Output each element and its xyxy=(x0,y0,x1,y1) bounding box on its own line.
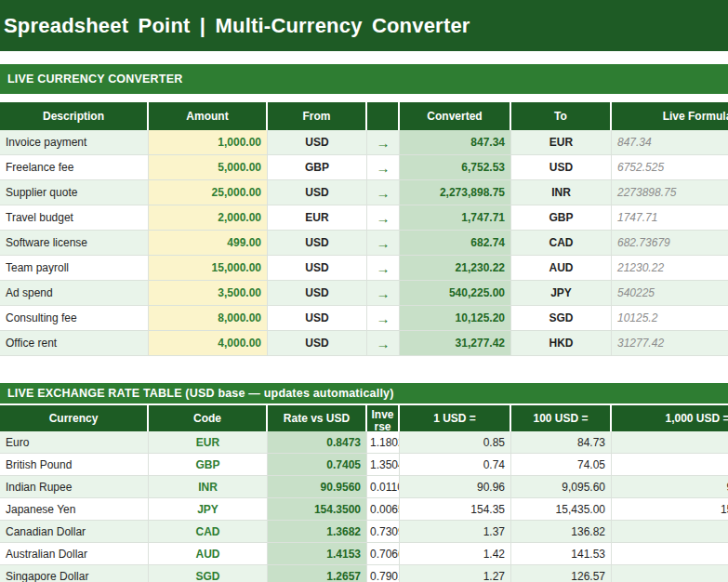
cell-description[interactable]: Ad spend xyxy=(0,281,149,305)
cell-from-currency[interactable]: USD xyxy=(268,180,367,205)
cell-from-currency[interactable]: USD xyxy=(268,231,367,255)
cell-inverse-rate[interactable]: 0.0065 xyxy=(367,498,400,520)
cell-currency-code[interactable]: CAD xyxy=(149,521,268,542)
cell-currency-code[interactable]: JPY xyxy=(149,498,268,520)
cell-rate-vs-usd[interactable]: 0.7405 xyxy=(268,454,367,475)
cell-100-usd[interactable]: 141.53 xyxy=(511,543,612,564)
cell-100-usd[interactable]: 136.82 xyxy=(511,521,612,542)
cell-1000-usd[interactable]: 1,368.20 xyxy=(612,521,728,542)
cell-1-usd[interactable]: 1.27 xyxy=(400,565,511,582)
cell-from-currency[interactable]: USD xyxy=(268,306,367,330)
cell-to-currency[interactable]: AUD xyxy=(511,256,612,280)
cell-live-formula[interactable]: 10125.2 xyxy=(612,306,728,330)
cell-to-currency[interactable]: SGD xyxy=(511,306,612,330)
cell-100-usd[interactable]: 84.73 xyxy=(511,431,612,453)
cell-description[interactable]: Supplier quote xyxy=(0,180,149,205)
cell-amount[interactable]: 8,000.00 xyxy=(149,306,268,330)
cell-1000-usd[interactable]: 1,415.30 xyxy=(612,543,728,564)
cell-currency-code[interactable]: GBP xyxy=(149,454,268,475)
cell-amount[interactable]: 2,000.00 xyxy=(149,205,268,230)
cell-live-formula[interactable]: 31277.42 xyxy=(612,331,728,355)
cell-currency-code[interactable]: SGD xyxy=(149,565,268,582)
cell-description[interactable]: Invoice payment xyxy=(0,130,149,154)
cell-rate-vs-usd[interactable]: 1.4153 xyxy=(268,543,367,564)
cell-1-usd[interactable]: 90.96 xyxy=(400,476,511,497)
cell-live-formula[interactable]: 1747.71 xyxy=(612,205,728,230)
cell-amount[interactable]: 3,500.00 xyxy=(149,281,268,305)
cell-1000-usd[interactable]: 740.50 xyxy=(612,454,728,475)
cell-1-usd[interactable]: 0.74 xyxy=(400,454,511,475)
cell-live-formula[interactable]: 682.73679 xyxy=(612,231,728,255)
cell-100-usd[interactable]: 15,435.00 xyxy=(511,498,612,520)
cell-converted[interactable]: 10,125.20 xyxy=(400,306,511,330)
cell-inverse-rate[interactable]: 0.7309 xyxy=(367,521,400,542)
cell-inverse-rate[interactable]: 0.0110 xyxy=(367,476,400,497)
cell-converted[interactable]: 21,230.22 xyxy=(400,256,511,280)
cell-live-formula[interactable]: 2273898.75 xyxy=(612,180,728,205)
cell-rate-vs-usd[interactable]: 0.8473 xyxy=(268,431,367,453)
cell-to-currency[interactable]: INR xyxy=(511,180,612,205)
cell-currency-name[interactable]: Singapore Dollar xyxy=(0,565,149,582)
cell-to-currency[interactable]: JPY xyxy=(511,281,612,305)
cell-currency-code[interactable]: EUR xyxy=(149,431,268,453)
cell-from-currency[interactable]: EUR xyxy=(268,205,367,230)
cell-1000-usd[interactable]: 847.30 xyxy=(612,431,728,453)
cell-1-usd[interactable]: 1.42 xyxy=(400,543,511,564)
cell-currency-code[interactable]: AUD xyxy=(149,543,268,564)
cell-converted[interactable]: 682.74 xyxy=(400,231,511,255)
cell-to-currency[interactable]: EUR xyxy=(511,130,612,154)
cell-1000-usd[interactable]: 90,956.00 xyxy=(612,476,728,497)
cell-inverse-rate[interactable]: 0.7901 xyxy=(367,565,400,582)
cell-1000-usd[interactable]: 1,265.70 xyxy=(612,565,728,582)
cell-converted[interactable]: 847.34 xyxy=(400,130,511,154)
cell-currency-name[interactable]: Canadian Dollar xyxy=(0,521,149,542)
cell-from-currency[interactable]: GBP xyxy=(268,155,367,179)
cell-live-formula[interactable]: 6752.525 xyxy=(612,155,728,179)
cell-inverse-rate[interactable]: 0.7066 xyxy=(367,543,400,564)
cell-to-currency[interactable]: HKD xyxy=(511,331,612,355)
cell-inverse-rate[interactable]: 1.3504 xyxy=(367,454,400,475)
cell-currency-name[interactable]: Euro xyxy=(0,431,149,453)
cell-currency-name[interactable]: Indian Rupee xyxy=(0,476,149,497)
cell-rate-vs-usd[interactable]: 154.3500 xyxy=(268,498,367,520)
cell-to-currency[interactable]: GBP xyxy=(511,205,612,230)
cell-converted[interactable]: 6,752.53 xyxy=(400,155,511,179)
cell-amount[interactable]: 15,000.00 xyxy=(149,256,268,280)
cell-inverse-rate[interactable]: 1.1802 xyxy=(367,431,400,453)
cell-currency-name[interactable]: Australian Dollar xyxy=(0,543,149,564)
cell-100-usd[interactable]: 126.57 xyxy=(511,565,612,582)
cell-live-formula[interactable]: 540225 xyxy=(612,281,728,305)
cell-description[interactable]: Freelance fee xyxy=(0,155,149,179)
cell-converted[interactable]: 1,747.71 xyxy=(400,205,511,230)
cell-100-usd[interactable]: 74.05 xyxy=(511,454,612,475)
cell-1-usd[interactable]: 154.35 xyxy=(400,498,511,520)
cell-1-usd[interactable]: 1.37 xyxy=(400,521,511,542)
cell-currency-code[interactable]: INR xyxy=(149,476,268,497)
cell-to-currency[interactable]: CAD xyxy=(511,231,612,255)
cell-amount[interactable]: 4,000.00 xyxy=(149,331,268,355)
cell-amount[interactable]: 1,000.00 xyxy=(149,130,268,154)
cell-1000-usd[interactable]: 154,350.00 xyxy=(612,498,728,520)
cell-description[interactable]: Travel budget xyxy=(0,205,149,230)
cell-1-usd[interactable]: 0.85 xyxy=(400,431,511,453)
cell-converted[interactable]: 2,273,898.75 xyxy=(400,180,511,205)
cell-live-formula[interactable]: 847.34 xyxy=(612,130,728,154)
cell-from-currency[interactable]: USD xyxy=(268,331,367,355)
cell-converted[interactable]: 31,277.42 xyxy=(400,331,511,355)
cell-description[interactable]: Office rent xyxy=(0,331,149,355)
cell-rate-vs-usd[interactable]: 1.2657 xyxy=(268,565,367,582)
cell-description[interactable]: Software license xyxy=(0,231,149,255)
cell-to-currency[interactable]: USD xyxy=(511,155,612,179)
cell-currency-name[interactable]: British Pound xyxy=(0,454,149,475)
cell-from-currency[interactable]: USD xyxy=(268,130,367,154)
cell-amount[interactable]: 25,000.00 xyxy=(149,180,268,205)
cell-rate-vs-usd[interactable]: 90.9560 xyxy=(268,476,367,497)
cell-converted[interactable]: 540,225.00 xyxy=(400,281,511,305)
cell-amount[interactable]: 5,000.00 xyxy=(149,155,268,179)
cell-from-currency[interactable]: USD xyxy=(268,256,367,280)
cell-100-usd[interactable]: 9,095.60 xyxy=(511,476,612,497)
cell-live-formula[interactable]: 21230.22 xyxy=(612,256,728,280)
cell-currency-name[interactable]: Japanese Yen xyxy=(0,498,149,520)
cell-from-currency[interactable]: USD xyxy=(268,281,367,305)
cell-rate-vs-usd[interactable]: 1.3682 xyxy=(268,521,367,542)
